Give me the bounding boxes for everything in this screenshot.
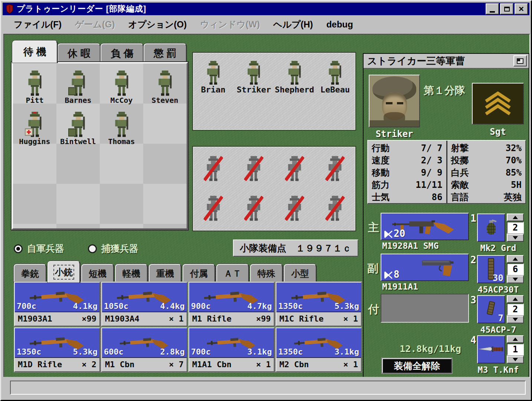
soldier-icon <box>112 112 132 138</box>
slot-main-weapon[interactable]: 20 <box>381 213 469 240</box>
spinner-up-button[interactable] <box>507 295 524 303</box>
item-name: 45ACP-7 <box>471 325 525 335</box>
roster-soldier-steven[interactable]: Steven <box>143 63 187 105</box>
unit-label: 第１分隊 <box>424 84 465 98</box>
squad-member-lebeau[interactable]: LeBeau <box>315 56 356 94</box>
slot-secondary-weapon[interactable]: 8 <box>381 254 469 281</box>
wtab-smg[interactable]: 短機 <box>81 264 114 283</box>
spinner-down-button[interactable] <box>507 234 524 242</box>
spinner-up-button[interactable] <box>507 335 524 343</box>
roster-soldier-huggins[interactable]: Huggins <box>13 105 56 146</box>
item-mag7[interactable]: 7 <box>477 295 505 323</box>
roster-empty-cell[interactable] <box>100 146 143 187</box>
item-grenade[interactable] <box>477 213 505 242</box>
wtab-lmg[interactable]: 軽機 <box>115 264 148 283</box>
item-mag30[interactable]: 30 <box>477 255 505 283</box>
weapon-card-m1rifle[interactable]: 900c 4.7kg M1 Rifle×99 <box>188 282 275 326</box>
weapon-card-m1a1cbn[interactable]: 700c 3.1kg M1A1 Cbn× 1 <box>188 327 275 372</box>
roster-soldier-barnes[interactable]: Barnes <box>56 63 100 105</box>
spinner-down-button[interactable] <box>507 356 524 363</box>
wtab-attachment[interactable]: 付属 <box>183 264 215 283</box>
menu-options[interactable]: オプション(O) <box>122 17 193 32</box>
sergeant-chevrons-icon <box>482 90 514 117</box>
wtab-rifle[interactable]: 小銃 <box>47 261 80 283</box>
menu-debug[interactable]: debug <box>320 18 360 31</box>
menu-help[interactable]: ヘルプ(H) <box>267 17 320 32</box>
squad-member-brian[interactable]: Brian <box>193 56 234 94</box>
weapon-card-m1cbn[interactable]: 600c 2.8kg M1 Cbn× 7 <box>101 327 187 372</box>
stat-label: 速度 <box>372 154 390 166</box>
item-qty[interactable]: 1 <box>507 343 524 355</box>
weapon-card-m1903a1[interactable]: 700c 4.1kg M1903A1×99 <box>14 282 100 326</box>
no-soldier-icon[interactable] <box>325 154 345 184</box>
arrow-up-icon <box>513 297 518 301</box>
weapon-name: M1D Rifle <box>18 360 62 369</box>
spinner-down-button[interactable] <box>507 316 524 323</box>
weapon-card-m1drifle[interactable]: 1350c 5.3kg M1D Rifle× 2 <box>14 327 100 372</box>
magazine-icon <box>485 301 498 317</box>
weapon-card-m1crifle[interactable]: 1350c 5.3kg M1C Rifle× 1 <box>276 282 362 326</box>
roster-soldier-mccoy[interactable]: McCoy <box>100 63 143 105</box>
tab-wounded[interactable]: 負 傷 <box>101 43 144 63</box>
roster-soldier-bintwell[interactable]: Bintwell <box>56 105 100 146</box>
carried-weight-label: 12.8kg/11kg <box>390 343 471 354</box>
slot-attachment-empty[interactable] <box>381 294 469 323</box>
item-qty[interactable]: 2 <box>507 222 524 234</box>
item-grenade-spinner: 2 <box>507 213 524 242</box>
title-bar[interactable]: プラトゥーンリーダー [部隊編成] × <box>3 3 529 15</box>
radio-captured-weapons[interactable]: 捕獲兵器 <box>88 242 138 255</box>
spinner-up-button[interactable] <box>507 213 524 221</box>
arrow-up-icon <box>513 338 518 341</box>
roster-empty-cell[interactable] <box>143 187 187 228</box>
roster-empty-cell[interactable] <box>143 105 187 146</box>
item-qty[interactable]: 2 <box>507 303 524 315</box>
roster-empty-cell[interactable] <box>56 146 100 187</box>
roster-empty-cell[interactable] <box>13 146 56 187</box>
weapon-weight: 5.3kg <box>73 347 98 356</box>
roster-empty-cell[interactable] <box>100 187 143 228</box>
weapon-name: M1 Cbn <box>105 360 134 369</box>
roster-empty-cell[interactable] <box>56 187 100 228</box>
tab-standby[interactable]: 待 機 <box>12 40 58 63</box>
squad-member-striker[interactable]: Striker <box>234 56 275 94</box>
roster-soldier-thomas[interactable]: Thomas <box>100 105 143 146</box>
roster-soldier-pitt[interactable]: Pitt <box>13 63 56 105</box>
no-soldier-icon[interactable] <box>325 194 345 224</box>
squad-member-shepherd[interactable]: Shepherd <box>274 56 315 94</box>
wtab-pistol[interactable]: 拳銃 <box>14 264 46 283</box>
ammo-badge: 20 <box>384 229 405 238</box>
weapon-weight: 4.1kg <box>73 301 98 311</box>
weapon-card-m1903a4[interactable]: 1050c 4.4kg M1903A4× 1 <box>101 282 187 326</box>
no-soldier-icon[interactable] <box>285 154 304 184</box>
soldier-name: Thomas <box>108 138 135 145</box>
maximize-button[interactable] <box>500 3 513 14</box>
wtab-at[interactable]: ＡＴ <box>216 264 249 283</box>
close-button[interactable]: × <box>515 3 528 14</box>
no-soldier-icon[interactable] <box>244 194 263 224</box>
wtab-special[interactable]: 特殊 <box>250 264 283 283</box>
soldier-name-label: Striker <box>369 129 420 139</box>
soldier-icon <box>326 61 344 85</box>
spinner-down-button[interactable] <box>507 276 524 283</box>
item-knife[interactable] <box>477 335 505 363</box>
radio-own-weapons[interactable]: 自軍兵器 <box>14 242 64 255</box>
roster-empty-cell[interactable] <box>143 146 187 187</box>
no-soldier-icon[interactable] <box>285 194 304 224</box>
unequip-all-button[interactable]: 装備全解除 <box>382 358 452 373</box>
tab-punished[interactable]: 懲 罰 <box>144 43 187 63</box>
item-qty[interactable]: 6 <box>507 263 524 275</box>
no-soldier-icon[interactable] <box>244 154 263 184</box>
wtab-hmg[interactable]: 重機 <box>149 264 181 283</box>
no-soldier-icon[interactable] <box>204 194 223 224</box>
panel-restore-button[interactable] <box>513 55 527 66</box>
no-soldier-icon[interactable] <box>204 154 223 184</box>
arrow-up-icon <box>513 257 518 261</box>
tab-leave[interactable]: 休 暇 <box>58 43 101 63</box>
menu-file[interactable]: ファイル(F) <box>7 17 68 32</box>
spinner-up-button[interactable] <box>507 255 524 263</box>
arrow-down-icon <box>513 358 518 361</box>
weapon-card-m2cbn[interactable]: 1350c 3.1kg M2 Cbn× 1 <box>276 327 362 372</box>
minimize-button[interactable] <box>486 3 499 14</box>
roster-empty-cell[interactable] <box>13 187 56 228</box>
wtab-small[interactable]: 小型 <box>284 264 316 283</box>
